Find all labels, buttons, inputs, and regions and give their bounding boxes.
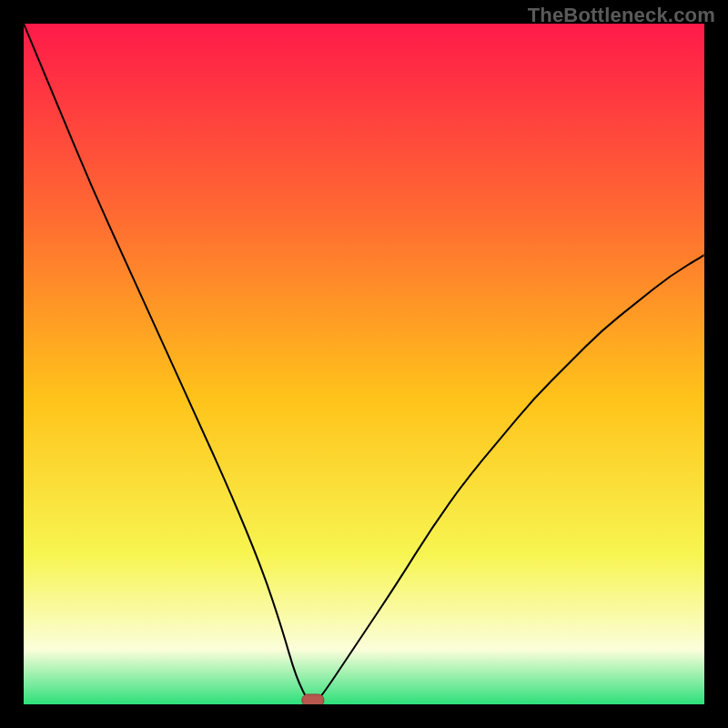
gradient-background xyxy=(24,24,704,704)
optimum-marker xyxy=(302,694,324,704)
chart-frame: TheBottleneck.com xyxy=(0,0,728,728)
plot-area xyxy=(24,24,704,704)
watermark-text: TheBottleneck.com xyxy=(528,4,715,27)
chart-svg xyxy=(24,24,704,704)
